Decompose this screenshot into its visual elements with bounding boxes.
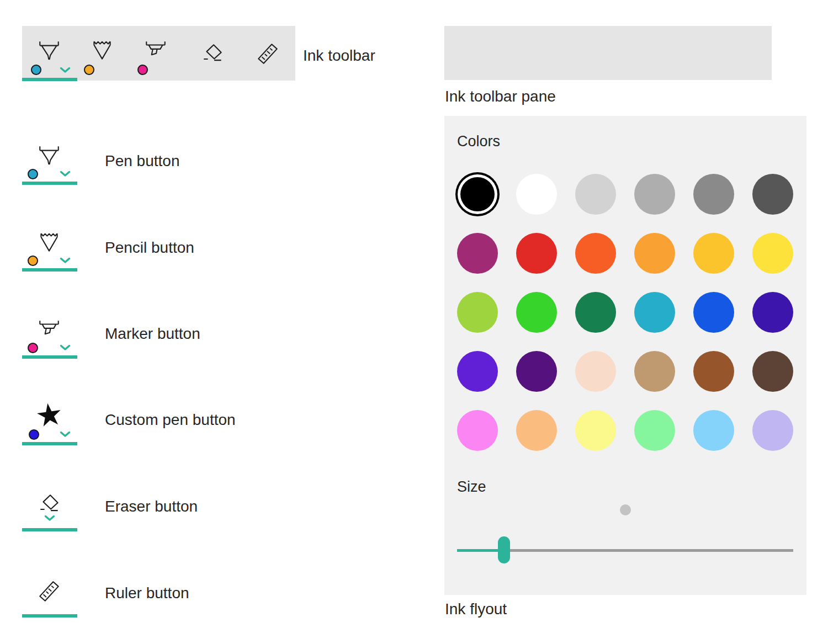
chevron-down-icon[interactable] [60, 171, 71, 177]
color-swatch[interactable] [634, 292, 675, 333]
color-swatch[interactable] [575, 292, 616, 333]
size-slider-fill [457, 549, 504, 552]
chevron-down-icon[interactable] [60, 431, 71, 438]
color-swatch[interactable] [752, 410, 793, 451]
custom-pen-color-dot [29, 429, 39, 440]
pencil-color-dot [84, 65, 94, 75]
color-swatch[interactable] [457, 233, 498, 274]
color-swatch[interactable] [516, 233, 557, 274]
ruler-icon[interactable] [255, 41, 280, 66]
eraser-icon[interactable] [38, 493, 62, 513]
ink-toolbar-pane [444, 26, 772, 80]
star-icon[interactable]: ★ [33, 398, 65, 432]
ink-toolbar-pane-label: Ink toolbar pane [445, 88, 556, 105]
button-underline [22, 355, 77, 359]
marker-button-label: Marker button [105, 325, 200, 343]
pen-color-dot [28, 169, 38, 179]
color-swatch[interactable] [752, 233, 793, 274]
custom-pen-button-label: Custom pen button [105, 411, 236, 429]
ruler-button-label: Ruler button [105, 584, 189, 602]
color-swatch[interactable] [575, 174, 616, 215]
eraser-button-label: Eraser button [105, 498, 198, 515]
color-palette [457, 174, 794, 451]
canvas: Ink toolbar Pen button Pencil button Mar… [0, 0, 828, 644]
pencil-icon[interactable] [36, 232, 62, 254]
button-underline [22, 268, 77, 272]
color-swatch[interactable] [752, 174, 793, 215]
color-swatch[interactable] [516, 174, 557, 215]
color-swatch[interactable] [752, 351, 793, 392]
color-swatch[interactable] [634, 410, 675, 451]
eraser-icon[interactable] [201, 43, 225, 63]
color-swatch[interactable] [634, 174, 675, 215]
ink-toolbar-label: Ink toolbar [303, 47, 375, 65]
color-swatch[interactable] [575, 233, 616, 274]
button-underline [22, 528, 77, 531]
color-swatch[interactable] [693, 233, 734, 274]
color-swatch[interactable] [693, 292, 734, 333]
color-swatch[interactable] [693, 174, 734, 215]
button-underline [22, 442, 77, 445]
pen-button-label: Pen button [105, 152, 179, 170]
pencil-icon[interactable] [89, 40, 115, 62]
pencil-color-dot [28, 256, 38, 266]
color-swatch[interactable] [693, 410, 734, 451]
color-swatch[interactable] [457, 351, 498, 392]
color-swatch[interactable] [516, 351, 557, 392]
ink-flyout-label: Ink flyout [445, 600, 507, 618]
ruler-icon[interactable] [36, 578, 62, 604]
marker-icon[interactable] [36, 319, 62, 341]
color-swatch[interactable] [516, 292, 557, 333]
color-swatch[interactable] [634, 233, 675, 274]
marker-color-dot [28, 343, 38, 353]
color-swatch[interactable] [752, 292, 793, 333]
chevron-down-icon[interactable] [60, 67, 71, 73]
button-underline [22, 182, 77, 185]
color-swatch[interactable] [460, 177, 495, 211]
color-swatch[interactable] [457, 292, 498, 333]
pen-icon[interactable] [36, 40, 62, 62]
color-swatch[interactable] [575, 351, 616, 392]
chevron-down-icon[interactable] [60, 257, 71, 264]
color-swatch[interactable] [457, 410, 498, 451]
marker-color-dot [137, 65, 148, 75]
color-swatch[interactable] [693, 351, 734, 392]
button-underline [22, 614, 77, 618]
marker-icon[interactable] [143, 40, 168, 62]
colors-title: Colors [457, 133, 500, 150]
color-swatch[interactable] [516, 410, 557, 451]
selected-tool-underline [22, 78, 77, 81]
pen-color-dot [31, 65, 41, 75]
pen-icon[interactable] [36, 145, 62, 167]
color-swatch[interactable] [575, 410, 616, 451]
chevron-down-icon[interactable] [44, 515, 55, 521]
chevron-down-icon[interactable] [60, 344, 71, 351]
size-slider-handle[interactable] [498, 536, 510, 563]
color-swatch[interactable] [634, 351, 675, 392]
size-preview-dot [620, 504, 631, 515]
size-title: Size [457, 478, 486, 495]
pencil-button-label: Pencil button [105, 239, 194, 257]
